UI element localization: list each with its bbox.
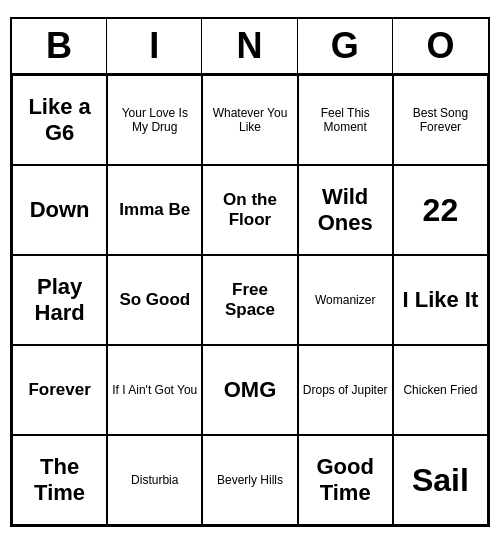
bingo-cell: If I Ain't Got You bbox=[107, 345, 202, 435]
header-letter: N bbox=[202, 19, 297, 73]
bingo-cell: Your Love Is My Drug bbox=[107, 75, 202, 165]
bingo-cell: OMG bbox=[202, 345, 297, 435]
bingo-cell: The Time bbox=[12, 435, 107, 525]
header-letter: O bbox=[393, 19, 488, 73]
bingo-cell: I Like It bbox=[393, 255, 488, 345]
bingo-cell: Play Hard bbox=[12, 255, 107, 345]
bingo-cell: So Good bbox=[107, 255, 202, 345]
bingo-cell: Drops of Jupiter bbox=[298, 345, 393, 435]
bingo-grid: Like a G6Your Love Is My DrugWhatever Yo… bbox=[12, 75, 488, 525]
bingo-cell: Beverly Hills bbox=[202, 435, 297, 525]
bingo-cell: Whatever You Like bbox=[202, 75, 297, 165]
header-letter: I bbox=[107, 19, 202, 73]
bingo-cell: Free Space bbox=[202, 255, 297, 345]
bingo-cell: Forever bbox=[12, 345, 107, 435]
bingo-cell: Feel This Moment bbox=[298, 75, 393, 165]
bingo-cell: Disturbia bbox=[107, 435, 202, 525]
bingo-cell: Down bbox=[12, 165, 107, 255]
bingo-cell: Wild Ones bbox=[298, 165, 393, 255]
bingo-cell: Chicken Fried bbox=[393, 345, 488, 435]
bingo-cell: Imma Be bbox=[107, 165, 202, 255]
bingo-cell: Sail bbox=[393, 435, 488, 525]
header-letter: G bbox=[298, 19, 393, 73]
bingo-cell: Good Time bbox=[298, 435, 393, 525]
bingo-cell: 22 bbox=[393, 165, 488, 255]
bingo-card: BINGO Like a G6Your Love Is My DrugWhate… bbox=[10, 17, 490, 527]
bingo-cell: On the Floor bbox=[202, 165, 297, 255]
bingo-cell: Best Song Forever bbox=[393, 75, 488, 165]
header-letter: B bbox=[12, 19, 107, 73]
bingo-header: BINGO bbox=[12, 19, 488, 75]
bingo-cell: Womanizer bbox=[298, 255, 393, 345]
bingo-cell: Like a G6 bbox=[12, 75, 107, 165]
